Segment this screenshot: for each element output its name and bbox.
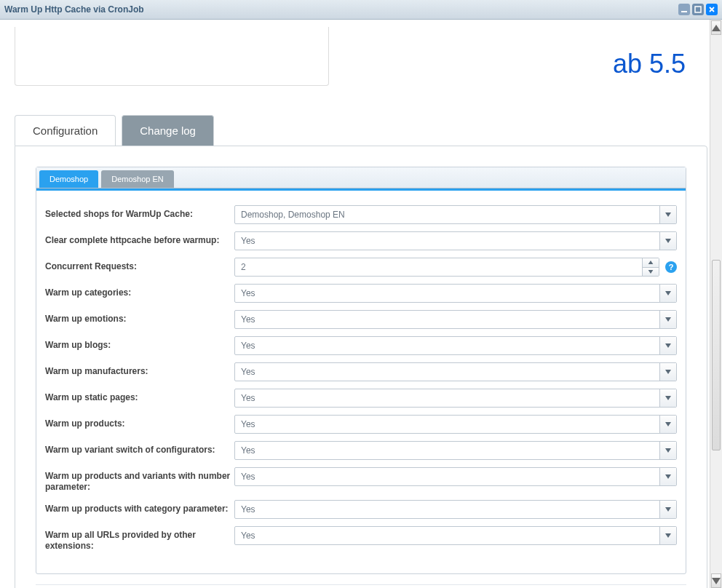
combo-box[interactable]: Yes: [234, 467, 677, 486]
field-label: Warm up products:: [45, 415, 234, 429]
field-label: Clear complete httpcache before warmup:: [45, 231, 234, 246]
dropdown-toggle-icon[interactable]: [659, 337, 676, 354]
svg-marker-17: [712, 578, 721, 584]
form-row: Warm up all URLs provided by other exten…: [45, 526, 677, 552]
field-wrap: Yes: [234, 284, 677, 303]
field-value: 2: [235, 258, 642, 276]
dropdown-toggle-icon[interactable]: [659, 442, 676, 459]
combo-box[interactable]: Yes: [234, 231, 677, 250]
form-row: Warm up products:Yes: [45, 415, 677, 434]
combo-box[interactable]: Yes: [234, 336, 677, 355]
scroll-thumb[interactable]: [712, 260, 721, 450]
inner-panel: DemoshopDemoshop EN Selected shops for W…: [36, 167, 686, 574]
main-tab-change-log[interactable]: Change log: [122, 115, 214, 146]
dropdown-toggle-icon[interactable]: [659, 416, 676, 433]
scroll-up-arrow-icon[interactable]: [711, 20, 721, 35]
svg-marker-9: [665, 370, 671, 374]
combo-box[interactable]: Yes: [234, 284, 677, 303]
svg-marker-12: [665, 448, 671, 453]
close-button[interactable]: [706, 4, 718, 15]
field-label: Warm up categories:: [45, 284, 234, 298]
shop-tab-demoshop-en[interactable]: Demoshop EN: [101, 170, 174, 188]
svg-marker-14: [665, 507, 671, 512]
number-input[interactable]: 2: [234, 258, 659, 277]
combo-box[interactable]: Yes: [234, 415, 677, 434]
window-controls: [678, 4, 718, 15]
svg-marker-10: [665, 396, 671, 400]
combo-box[interactable]: Yes: [234, 526, 677, 545]
field-value: Yes: [235, 468, 659, 485]
field-value: Yes: [235, 416, 659, 433]
spinner-down-icon[interactable]: [643, 268, 659, 277]
form-row: Concurrent Requests:2?: [45, 258, 677, 277]
field-label: Warm up blogs:: [45, 336, 234, 351]
dropdown-toggle-icon[interactable]: [659, 501, 676, 518]
field-value: Yes: [235, 285, 659, 302]
combo-box[interactable]: Yes: [234, 362, 677, 381]
dropdown-toggle-icon[interactable]: [659, 468, 676, 485]
combo-box[interactable]: Demoshop, Demoshop EN: [234, 205, 677, 224]
maximize-button[interactable]: [692, 4, 704, 15]
field-value: Yes: [235, 501, 659, 518]
preview-pane: [15, 27, 329, 86]
dropdown-toggle-icon[interactable]: [659, 389, 676, 407]
shop-tab-demoshop[interactable]: Demoshop: [39, 170, 98, 188]
dropdown-toggle-icon[interactable]: [659, 311, 676, 328]
field-value: Yes: [235, 363, 659, 381]
field-label: Warm up products and variants with numbe…: [45, 467, 234, 493]
field-value: Yes: [235, 311, 659, 328]
combo-box[interactable]: Yes: [234, 441, 677, 460]
field-value: Yes: [235, 232, 659, 250]
form-row: Warm up variant switch of configurators:…: [45, 441, 677, 460]
field-wrap: Yes: [234, 441, 677, 460]
field-wrap: Yes: [234, 389, 677, 408]
help-icon[interactable]: ?: [665, 261, 677, 273]
spinner-up-icon[interactable]: [643, 258, 659, 268]
svg-marker-2: [665, 212, 671, 217]
form-row: Warm up blogs:Yes: [45, 336, 677, 355]
svg-marker-11: [665, 422, 671, 426]
field-wrap: 2?: [234, 258, 677, 277]
field-value: Yes: [235, 442, 659, 459]
combo-box[interactable]: Yes: [234, 389, 677, 408]
main-tab-configuration[interactable]: Configuration: [15, 115, 116, 146]
field-wrap: Yes: [234, 336, 677, 355]
dropdown-toggle-icon[interactable]: [659, 527, 676, 544]
svg-marker-6: [665, 291, 671, 295]
minimize-button[interactable]: [678, 4, 690, 15]
spinner-buttons: [642, 258, 659, 276]
form-row: Warm up products and variants with numbe…: [45, 467, 677, 493]
main-tabs: ConfigurationChange log: [15, 115, 707, 146]
scroll-down-arrow-icon[interactable]: [711, 573, 721, 588]
dropdown-toggle-icon[interactable]: [659, 206, 676, 223]
field-value: Yes: [235, 527, 659, 544]
dropdown-toggle-icon[interactable]: [659, 232, 676, 250]
svg-rect-1: [695, 7, 701, 12]
combo-box[interactable]: Yes: [234, 500, 677, 519]
svg-rect-0: [681, 11, 687, 12]
svg-marker-7: [665, 317, 671, 322]
dropdown-toggle-icon[interactable]: [659, 363, 676, 381]
field-label: Warm up products with category parameter…: [45, 500, 234, 514]
footer-bar: Save: [36, 584, 686, 588]
form-row: Warm up emotions:Yes: [45, 310, 677, 329]
dropdown-toggle-icon[interactable]: [659, 285, 676, 302]
window-title: Warm Up Http Cache via CronJob: [4, 4, 678, 15]
form-row: Warm up products with category parameter…: [45, 500, 677, 519]
scrollbar[interactable]: [710, 20, 722, 588]
svg-marker-5: [648, 270, 654, 274]
shop-tabs: DemoshopDemoshop EN: [36, 167, 686, 188]
combo-box[interactable]: Yes: [234, 310, 677, 329]
top-area: ab 5.5: [15, 27, 707, 86]
field-label: Warm up static pages:: [45, 389, 234, 403]
field-wrap: Yes: [234, 415, 677, 434]
svg-marker-15: [665, 533, 671, 538]
form-area: Selected shops for WarmUp Cache:Demoshop…: [36, 191, 686, 573]
field-label: Warm up emotions:: [45, 310, 234, 325]
field-wrap: Yes: [234, 310, 677, 329]
field-wrap: Demoshop, Demoshop EN: [234, 205, 677, 224]
svg-marker-13: [665, 474, 671, 479]
form-row: Warm up categories:Yes: [45, 284, 677, 303]
field-label: Concurrent Requests:: [45, 258, 234, 272]
form-row: Selected shops for WarmUp Cache:Demoshop…: [45, 205, 677, 224]
